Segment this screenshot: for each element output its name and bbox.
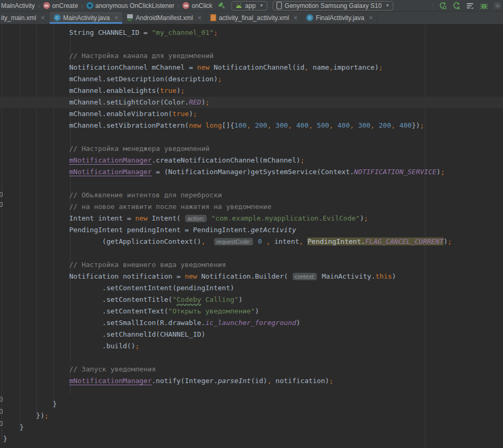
- code-token: [292, 121, 296, 129]
- tab-mainactivity-java[interactable]: C MainActivity.java ×: [50, 12, 123, 24]
- code-token: NotificationChannel mChannel =: [3, 63, 197, 71]
- code-line: [3, 178, 503, 189]
- code-editor[interactable]: String CHANNEL_ID = "my_channel_01"; // …: [0, 25, 503, 448]
- code-token: .setSmallIcon(R.drawable.: [3, 319, 206, 327]
- code-token: NotificationChannel(id: [209, 63, 304, 71]
- code-token: PendingIntent.: [307, 237, 365, 245]
- code-token: ;: [301, 156, 305, 164]
- chevron-right-icon: ›: [178, 3, 180, 9]
- breadcrumb-label: MainActivity: [1, 2, 35, 9]
- code-token: // Запуск уведомления: [3, 365, 156, 373]
- code-token: [254, 237, 258, 245]
- code-token: ): [437, 168, 441, 176]
- code-token: PendingIntent pendingIntent = PendingInt…: [3, 226, 251, 234]
- close-icon[interactable]: ×: [198, 14, 201, 22]
- code-token: String CHANNEL_ID =: [3, 28, 152, 36]
- code-token: ,: [266, 237, 270, 245]
- breadcrumb-item-anonymous[interactable]: anonymous OnClickListener: [86, 2, 175, 9]
- code-token: notification): [272, 377, 330, 385]
- code-token: (id): [251, 377, 267, 385]
- close-icon[interactable]: ×: [294, 14, 297, 22]
- code-token: = (NotificationManager)getSystemService(…: [152, 168, 354, 176]
- tab-finalacttivity-java[interactable]: C FinalActtivity.java ×: [302, 12, 378, 24]
- close-icon[interactable]: ×: [41, 14, 45, 22]
- code-token: .setContentIntent(pendingIntent): [3, 284, 234, 292]
- code-token: ): [296, 319, 301, 327]
- code-token: ;: [44, 412, 49, 420]
- code-token: [201, 121, 206, 129]
- code-line: // Настройка менеджера уведомлений: [3, 143, 503, 155]
- code-token: 200: [255, 121, 267, 129]
- manifest-file-icon: MF: [127, 14, 133, 21]
- tab-activity-final-acttivity-xml[interactable]: activity_final_acttivity.xml ×: [206, 12, 302, 24]
- code-token: importance): [333, 63, 379, 71]
- code-token: ;: [364, 214, 368, 222]
- tab-label: activity_final_acttivity.xml: [219, 14, 289, 22]
- main-toolbar: MainActivity › m onCreate › anonymous On…: [0, 0, 503, 12]
- code-token: ;: [135, 342, 139, 350]
- breadcrumb-item-onclick[interactable]: m onClick: [182, 2, 212, 9]
- code-token: }: [3, 400, 57, 408]
- code-token: ): [392, 272, 396, 280]
- code-token: Notification.Builder(: [197, 272, 292, 280]
- code-token: [3, 168, 69, 176]
- device-select[interactable]: Genymotion Samsung Galaxy S10 ▼: [273, 1, 393, 11]
- code-token: ;: [441, 168, 445, 176]
- chevron-down-icon: ▼: [385, 3, 390, 8]
- run-list-icon[interactable]: [466, 2, 475, 10]
- code-token: ,: [299, 237, 303, 245]
- code-line: [3, 387, 503, 398]
- code-token: true: [172, 110, 189, 118]
- apply-code-changes-icon[interactable]: A: [452, 2, 461, 10]
- code-line: // Обьявление интентов для переброски: [3, 189, 503, 201]
- xml-file-icon: [210, 14, 216, 21]
- build-hammer-icon[interactable]: [218, 2, 226, 10]
- code-line: mChannel.enableLights(true);: [3, 85, 503, 97]
- code-token: 500: [317, 121, 329, 129]
- code-token: true: [160, 87, 176, 94]
- code-token: [3, 377, 69, 385]
- breadcrumb-item-class[interactable]: MainActivity: [1, 2, 35, 9]
- tab-androidmanifest-xml[interactable]: MF AndroidManifest.xml ×: [123, 12, 206, 24]
- code-line: mNotificationManager = (NotificationMana…: [3, 166, 503, 178]
- code-token: requestCode:: [214, 238, 253, 245]
- toolbar-divider: [433, 2, 433, 10]
- code-token: ,: [267, 121, 272, 129]
- run-configuration-select[interactable]: app ▼: [231, 1, 267, 11]
- tab-label: FinalActtivity.java: [316, 14, 364, 22]
- code-token: MainActivity.: [317, 272, 375, 280]
- code-line: NotificationChannel mChannel = new Notif…: [3, 62, 503, 73]
- code-token: ): [189, 110, 193, 118]
- chevron-down-icon: ▼: [259, 3, 264, 8]
- code-token: mNotificationManager: [69, 168, 152, 176]
- code-token: // Настройка внешнего вида уведомления: [3, 261, 226, 269]
- code-token: ;: [379, 63, 383, 71]
- code-token: [206, 237, 214, 245]
- code-token: ,: [308, 121, 313, 129]
- code-token: Codeby: [177, 296, 201, 303]
- code-token: 300: [276, 121, 288, 129]
- code-token: NOTIFICATION_SERVICE: [354, 168, 437, 176]
- breadcrumb-item-oncreate[interactable]: m onCreate: [43, 2, 78, 9]
- code-line: (getApplicationContext(), requestCode: 0…: [3, 236, 503, 247]
- code-token: [333, 121, 337, 129]
- code-token: context:: [293, 273, 317, 280]
- code-line: }: [3, 422, 503, 433]
- debug-bug-icon[interactable]: [480, 2, 488, 10]
- code-token: action:: [185, 215, 206, 222]
- close-icon[interactable]: ×: [114, 14, 118, 22]
- code-token: ;: [448, 237, 452, 245]
- profiler-icon[interactable]: [494, 2, 502, 10]
- editor-tabbar: ity_main.xml × C MainActivity.java × MF …: [0, 12, 503, 24]
- code-token: ;: [206, 98, 210, 106]
- apply-changes-restart-icon[interactable]: [439, 2, 447, 10]
- code-token: parseInt: [218, 377, 251, 385]
- code-token: 100: [234, 121, 246, 129]
- code-token: 400: [296, 121, 308, 129]
- code-token: Intent(: [148, 214, 185, 222]
- close-icon[interactable]: ×: [369, 14, 373, 22]
- code-line: // Настройка канала для уведомлений: [3, 50, 503, 62]
- method-icon: m: [182, 2, 189, 9]
- tab-activity-main-xml[interactable]: ity_main.xml ×: [0, 12, 50, 24]
- device-label: Genymotion Samsung Galaxy S10: [285, 2, 382, 9]
